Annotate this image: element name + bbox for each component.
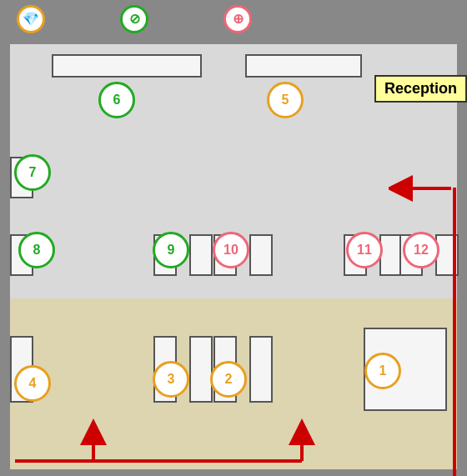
top-bar: 💎 ⊘ ⊕ [0, 0, 467, 38]
station-9[interactable]: 9 [153, 232, 189, 268]
station-3[interactable]: 3 [153, 361, 189, 398]
shield-icon[interactable]: ⊕ [223, 5, 252, 33]
diamond-icon[interactable]: 💎 [17, 5, 45, 33]
entry-arrow [389, 173, 455, 203]
desk-2b [249, 336, 273, 403]
station-12[interactable]: 12 [403, 232, 439, 268]
station-4[interactable]: 4 [14, 365, 51, 402]
desk-9b [189, 234, 213, 276]
desk-10b [249, 234, 273, 276]
station-5[interactable]: 5 [267, 82, 304, 118]
desk-12b [435, 234, 459, 276]
desk-top-left [52, 54, 202, 78]
floor-plan: Reception [0, 38, 467, 476]
station-7[interactable]: 7 [14, 154, 51, 191]
leaf-icon[interactable]: ⊘ [120, 5, 148, 33]
station-6[interactable]: 6 [98, 82, 135, 118]
station-8[interactable]: 8 [18, 232, 55, 268]
station-1[interactable]: 1 [364, 353, 401, 389]
reception-label: Reception [374, 75, 467, 103]
station-10[interactable]: 10 [213, 232, 249, 268]
desk-top-right [245, 54, 362, 78]
station-11[interactable]: 11 [346, 232, 383, 268]
desk-3b [189, 336, 213, 403]
station-2[interactable]: 2 [210, 361, 247, 398]
